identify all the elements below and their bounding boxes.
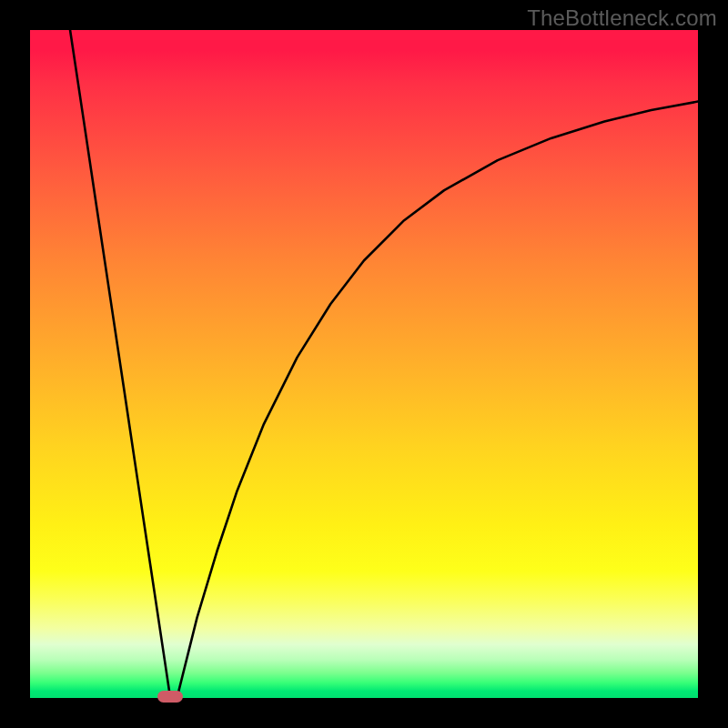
watermark-text: TheBottleneck.com — [527, 5, 717, 31]
left-branch-path — [70, 30, 170, 698]
right-branch-path — [177, 102, 698, 698]
plot-area — [30, 30, 698, 698]
chart-frame: TheBottleneck.com — [0, 0, 728, 728]
curve-layer — [30, 30, 698, 698]
minimum-marker — [157, 691, 183, 703]
